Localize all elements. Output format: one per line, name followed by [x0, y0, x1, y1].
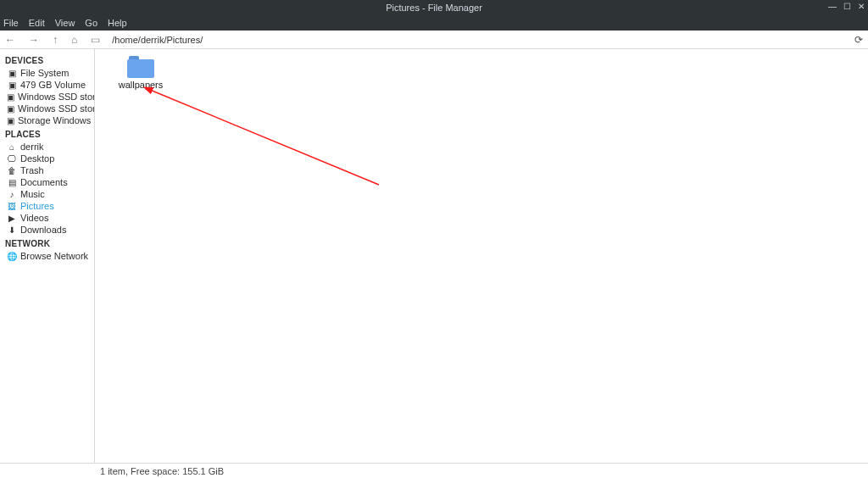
sidebar: DEVICES ▣File System ▣479 GB Volume ▣Win… [0, 49, 95, 463]
sidebar-item-label: Trash [20, 165, 44, 175]
back-icon[interactable]: ← [5, 34, 15, 46]
menu-bar: File Edit View Go Help [0, 15, 868, 31]
status-bar: 1 item, Free space: 155.1 GiB [0, 463, 868, 478]
drive-icon: ▣ [7, 69, 17, 78]
sidebar-item-storagewin[interactable]: ▣Storage Windows [2, 114, 94, 126]
up-icon[interactable]: ↑ [53, 34, 58, 46]
menu-view[interactable]: View [55, 18, 75, 28]
minimize-icon[interactable]: — [828, 2, 837, 11]
window-title: Pictures - File Manager [386, 3, 482, 13]
sidebar-item-documents[interactable]: ▤Documents [2, 176, 94, 188]
sidebar-item-browse-network[interactable]: 🌐Browse Network [2, 250, 94, 262]
music-icon: ♪ [7, 190, 17, 199]
status-text: 1 item, Free space: 155.1 GiB [100, 466, 224, 476]
sidebar-item-label: Desktop [20, 153, 54, 164]
home-icon: ⌂ [7, 142, 17, 152]
desktop-icon: 🖵 [7, 154, 17, 164]
drive-icon: ▣ [7, 81, 17, 90]
file-view[interactable]: wallpapers [95, 49, 868, 463]
sidebar-item-label: Storage Windows [18, 115, 91, 125]
path-mode-icon[interactable]: ▭ [91, 34, 100, 46]
folder-item-wallpapers[interactable]: wallpapers [112, 56, 170, 90]
sidebar-item-label: Pictures [20, 201, 54, 211]
drive-icon: ▣ [7, 116, 14, 125]
sidebar-item-label: File System [20, 68, 69, 78]
menu-go[interactable]: Go [85, 18, 97, 28]
download-icon: ⬇ [7, 225, 17, 235]
sidebar-header-places: PLACES [2, 126, 94, 141]
sidebar-item-winssd2[interactable]: ▣Windows SSD storage 2 [2, 91, 94, 103]
sidebar-item-videos[interactable]: ▶Videos [2, 212, 94, 224]
sidebar-item-volume[interactable]: ▣479 GB Volume [2, 79, 94, 91]
sidebar-item-label: Windows SSD storage [18, 103, 95, 114]
sidebar-item-winssd[interactable]: ▣Windows SSD storage [2, 103, 94, 114]
path-display[interactable]: /home/derrik/Pictures/ [112, 35, 843, 45]
globe-icon: 🌐 [7, 252, 17, 261]
sidebar-header-devices: DEVICES [2, 53, 94, 67]
sidebar-header-network: NETWORK [2, 236, 94, 250]
close-icon[interactable]: ✕ [858, 2, 865, 11]
menu-file[interactable]: File [3, 18, 19, 28]
sidebar-item-label: Browse Network [20, 251, 88, 261]
picture-icon: 🖼 [7, 202, 17, 211]
sidebar-item-label: Documents [20, 177, 68, 187]
sidebar-item-label: 479 GB Volume [20, 80, 86, 90]
sidebar-item-label: derrik [20, 142, 44, 152]
sidebar-item-downloads[interactable]: ⬇Downloads [2, 224, 94, 236]
home-icon[interactable]: ⌂ [71, 34, 77, 46]
sidebar-item-home[interactable]: ⌂derrik [2, 141, 94, 153]
drive-icon: ▣ [7, 104, 14, 114]
reload-icon[interactable]: ⟳ [854, 34, 863, 46]
forward-icon[interactable]: → [29, 34, 39, 46]
maximize-icon[interactable]: ☐ [843, 2, 851, 11]
sidebar-item-desktop[interactable]: 🖵Desktop [2, 153, 94, 164]
nav-buttons: ← → ↑ ⌂ ▭ [5, 34, 100, 46]
folder-icon [127, 56, 154, 78]
sidebar-item-filesystem[interactable]: ▣File System [2, 67, 94, 79]
annotation-arrow [142, 83, 387, 202]
sidebar-item-trash[interactable]: 🗑Trash [2, 164, 94, 176]
svg-line-0 [150, 90, 379, 185]
sidebar-item-label: Music [20, 189, 45, 199]
sidebar-item-music[interactable]: ♪Music [2, 188, 94, 200]
title-bar: Pictures - File Manager — ☐ ✕ [0, 0, 868, 15]
menu-help[interactable]: Help [108, 18, 127, 28]
window-controls: — ☐ ✕ [828, 2, 865, 11]
sidebar-item-label: Windows SSD storage 2 [18, 92, 95, 102]
menu-edit[interactable]: Edit [29, 18, 45, 28]
sidebar-item-label: Videos [20, 213, 48, 223]
document-icon: ▤ [7, 178, 17, 187]
toolbar: ← → ↑ ⌂ ▭ /home/derrik/Pictures/ ⟳ [0, 31, 868, 49]
folder-label: wallpapers [112, 80, 170, 90]
sidebar-item-pictures[interactable]: 🖼Pictures [2, 200, 94, 212]
video-icon: ▶ [7, 214, 17, 223]
main-area: DEVICES ▣File System ▣479 GB Volume ▣Win… [0, 49, 868, 463]
sidebar-item-label: Downloads [20, 225, 66, 235]
drive-icon: ▣ [7, 92, 14, 102]
trash-icon: 🗑 [7, 166, 17, 175]
